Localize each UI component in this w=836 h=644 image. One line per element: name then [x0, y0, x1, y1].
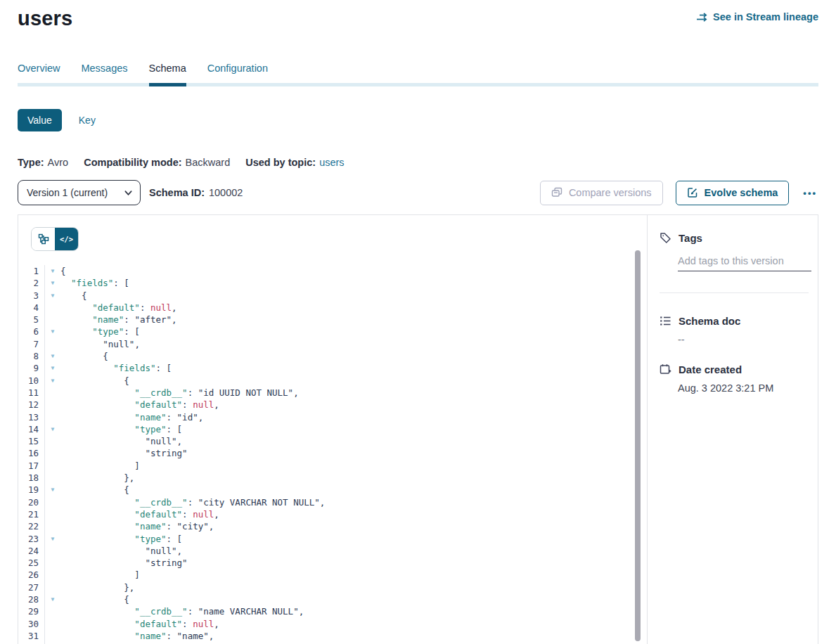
- schema-sidebar: Tags Schema doc: [647, 215, 818, 644]
- fold-toggle-icon[interactable]: ▼: [45, 350, 60, 362]
- code-line: 25 "string": [18, 557, 647, 569]
- see-in-stream-lineage-link[interactable]: See in Stream lineage: [696, 11, 818, 22]
- schema-meta-row: Type: Avro Compatibility mode: Backward …: [18, 157, 818, 168]
- date-created-section: Date created Aug. 3 2022 3:21 PM: [660, 363, 809, 394]
- code-text: },: [60, 472, 647, 484]
- code-line: 22 "name": "city",: [18, 520, 647, 532]
- fold-toggle-icon[interactable]: ▼: [45, 375, 60, 387]
- page-header: users See in Stream lineage: [18, 0, 818, 30]
- fold-spacer: [45, 472, 60, 484]
- code-text: "default": null,: [60, 302, 647, 314]
- line-number: 13: [18, 411, 45, 423]
- code-text: "null",: [60, 435, 647, 447]
- tags-section: Tags: [660, 232, 809, 293]
- line-number: 17: [18, 460, 45, 472]
- fold-spacer: [45, 435, 60, 447]
- version-select[interactable]: Version 1 (current): [18, 180, 141, 205]
- fold-spacer: [45, 302, 60, 314]
- evolve-schema-button[interactable]: Evolve schema: [676, 181, 790, 205]
- fold-spacer: [45, 545, 60, 557]
- fold-toggle-icon[interactable]: ▼: [45, 484, 60, 496]
- used-by-topic-link[interactable]: users: [319, 157, 344, 168]
- version-select-wrap: Version 1 (current): [18, 180, 141, 205]
- key-toggle-link[interactable]: Key: [79, 115, 96, 126]
- line-number: 27: [18, 581, 45, 593]
- fold-spacer: [45, 605, 60, 617]
- schema-json-code: 1▼{2▼ "fields": [3▼ {4 "default": null,5…: [18, 265, 647, 644]
- code-line: 18 },: [18, 472, 647, 484]
- fold-toggle-icon[interactable]: ▼: [45, 533, 60, 545]
- line-number: 2: [18, 277, 45, 289]
- code-line: 31 "name": "name",: [18, 630, 647, 642]
- code-line: 14▼ "type": [: [18, 423, 647, 435]
- tab-schema[interactable]: Schema: [149, 63, 186, 83]
- lineage-link-label: See in Stream lineage: [713, 11, 818, 22]
- code-text: "fields": [: [60, 362, 647, 374]
- line-number: 25: [18, 557, 45, 569]
- line-number: 20: [18, 496, 45, 508]
- code-text: "null",: [60, 545, 647, 557]
- code-line: 1▼{: [18, 265, 647, 277]
- fold-toggle-icon[interactable]: ▼: [45, 277, 60, 289]
- line-number: 9: [18, 362, 45, 374]
- fold-toggle-icon[interactable]: ▼: [45, 593, 60, 605]
- version-actions: Compare versions Evolve schema •••: [540, 181, 818, 205]
- topic-tabbar: Overview Messages Schema Configuration: [18, 63, 818, 86]
- fold-spacer: [45, 460, 60, 472]
- value-toggle-button[interactable]: Value: [18, 109, 62, 131]
- edit-schema-icon: [687, 187, 698, 198]
- compare-versions-button[interactable]: Compare versions: [540, 181, 663, 205]
- tab-configuration[interactable]: Configuration: [207, 63, 268, 83]
- tab-messages[interactable]: Messages: [81, 63, 127, 83]
- code-line: 11 "__crdb__": "id UUID NOT NULL",: [18, 387, 647, 399]
- fold-toggle-icon[interactable]: ▼: [45, 362, 60, 374]
- more-actions-button[interactable]: •••: [802, 188, 818, 198]
- line-number: 5: [18, 314, 45, 326]
- date-created-title: Date created: [679, 363, 742, 375]
- code-line: 26 ]: [18, 569, 647, 581]
- fold-spacer: [45, 387, 60, 399]
- code-text: "default": null,: [60, 508, 647, 520]
- tags-title: Tags: [679, 232, 702, 244]
- schema-id: Schema ID: 100002: [149, 187, 243, 198]
- compatibility-label: Compatibility mode:: [84, 157, 181, 168]
- code-text: {: [60, 375, 647, 387]
- fold-toggle-icon[interactable]: ▼: [45, 326, 60, 337]
- schema-doc-value: --: [678, 334, 809, 345]
- fold-spacer: [45, 314, 60, 326]
- fold-spacer: [45, 520, 60, 532]
- tab-overview[interactable]: Overview: [18, 63, 60, 83]
- line-number: 8: [18, 350, 45, 362]
- fold-toggle-icon[interactable]: ▼: [45, 423, 60, 435]
- code-text: "__crdb__": "name VARCHAR NULL",: [60, 605, 647, 617]
- code-line: 8▼ {: [18, 350, 647, 362]
- code-text: "name": "name",: [60, 630, 647, 642]
- line-number: 29: [18, 605, 45, 617]
- line-number: 26: [18, 569, 45, 581]
- schema-page: users See in Stream lineage Overview Mes…: [0, 0, 836, 644]
- line-number: 12: [18, 399, 45, 411]
- code-view-icon: </>: [60, 235, 73, 243]
- calendar-plus-icon: [660, 363, 671, 375]
- line-number: 10: [18, 375, 45, 387]
- code-text: },: [60, 581, 647, 593]
- add-tags-input[interactable]: [678, 254, 811, 271]
- line-number: 7: [18, 338, 45, 350]
- tree-view-button[interactable]: [32, 228, 55, 250]
- code-view-button[interactable]: </>: [55, 228, 78, 250]
- code-text: ]: [60, 460, 647, 472]
- fold-spacer: [45, 496, 60, 508]
- code-line: 27 },: [18, 581, 647, 593]
- code-line: 15 "null",: [18, 435, 647, 447]
- fold-spacer: [45, 411, 60, 423]
- code-line: 12 "default": null,: [18, 399, 647, 411]
- fold-spacer: [45, 630, 60, 642]
- evolve-schema-label: Evolve schema: [705, 187, 778, 198]
- vertical-scrollbar[interactable]: [635, 250, 641, 641]
- line-number: 31: [18, 630, 45, 642]
- code-line: 21 "default": null,: [18, 508, 647, 520]
- fold-toggle-icon[interactable]: ▼: [45, 265, 60, 277]
- code-text: "name": "id",: [60, 411, 647, 423]
- used-by-topic: Used by topic: users: [245, 157, 344, 168]
- fold-toggle-icon[interactable]: ▼: [45, 290, 60, 302]
